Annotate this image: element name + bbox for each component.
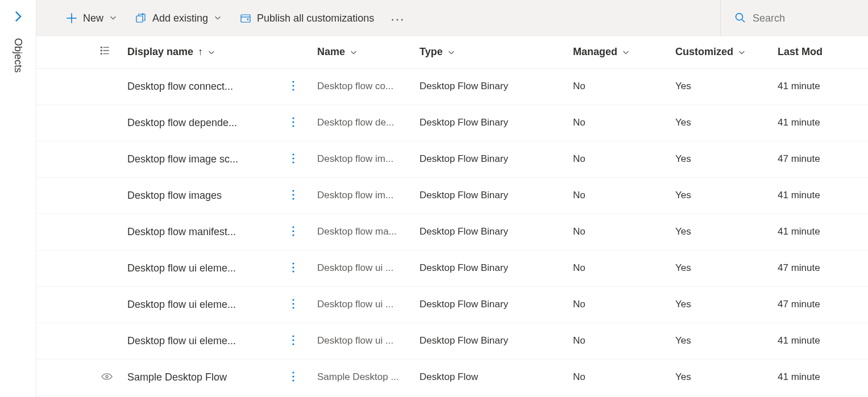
table-row[interactable]: Sample Desktop FlowSample Desktop ...Des… [36, 359, 868, 395]
cell-name: Desktop flow im... [310, 141, 413, 177]
cell-last-modified: 41 minute [771, 323, 868, 359]
chevron-down-icon [738, 48, 746, 56]
row-more-actions[interactable] [292, 335, 294, 346]
sort-asc-icon: ↑ [198, 46, 203, 58]
publish-label: Publish all customizations [257, 12, 374, 24]
cell-type: Desktop Flow Binary [413, 214, 566, 250]
table-row[interactable]: Desktop flow depende...Desktop flow de..… [36, 105, 868, 141]
cell-customized: Yes [668, 323, 771, 359]
svg-point-13 [292, 121, 294, 123]
table-row[interactable]: Desktop flow manifest...Desktop flow ma.… [36, 214, 868, 250]
new-button[interactable]: New [59, 8, 124, 29]
column-header-name[interactable]: Name [317, 46, 358, 58]
cell-customized: Yes [668, 68, 771, 105]
chevron-down-icon [622, 48, 630, 56]
row-more-actions[interactable] [292, 298, 294, 310]
cell-customized: Yes [668, 141, 771, 177]
cell-type: Desktop Flow Binary [413, 141, 566, 177]
svg-point-23 [292, 234, 294, 236]
cell-display-name: Desktop flow manifest... [121, 214, 285, 250]
new-label: New [83, 12, 103, 24]
search-box[interactable] [720, 0, 868, 36]
svg-point-6 [101, 47, 102, 48]
objects-table: Display name ↑ Name [36, 36, 868, 396]
column-header-type[interactable]: Type [420, 46, 455, 58]
svg-point-17 [292, 161, 294, 163]
column-header-last-modified[interactable]: Last Mod [778, 46, 823, 58]
cell-customized: Yes [668, 250, 771, 286]
column-label: Customized [675, 46, 733, 58]
cell-managed: No [566, 359, 668, 395]
row-more-actions[interactable] [292, 153, 294, 164]
publish-button[interactable]: Publish all customizations [233, 8, 381, 29]
svg-point-19 [292, 194, 294, 195]
row-more-actions[interactable] [292, 225, 294, 237]
cell-last-modified: 47 minute [771, 141, 868, 177]
eye-icon [100, 373, 114, 381]
cell-customized: Yes [668, 177, 771, 214]
cell-display-name: Desktop flow images [121, 177, 285, 214]
column-header-display-name[interactable]: Display name ↑ [127, 46, 215, 58]
cell-type: Desktop Flow Binary [413, 177, 566, 214]
svg-point-5 [736, 13, 743, 20]
side-label-objects[interactable]: Objects [12, 38, 24, 73]
table-row[interactable]: Desktop flow ui eleme...Desktop flow ui … [36, 323, 868, 359]
svg-point-4 [401, 19, 403, 20]
chevron-down-icon [109, 12, 117, 24]
list-view-icon[interactable] [100, 45, 110, 56]
svg-point-15 [292, 153, 294, 155]
svg-rect-0 [136, 16, 143, 22]
cell-name: Sample Desktop ... [310, 359, 413, 395]
svg-point-28 [292, 303, 294, 304]
svg-point-36 [292, 379, 294, 381]
table-row[interactable]: Desktop flow connect...Desktop flow co..… [36, 68, 868, 105]
cell-type: Desktop Flow Binary [413, 68, 566, 105]
add-existing-label: Add existing [152, 12, 208, 24]
table-row[interactable]: Desktop flow ui eleme...Desktop flow ui … [36, 286, 868, 323]
column-label: Last Mod [778, 46, 823, 58]
search-input[interactable] [753, 12, 855, 24]
cell-managed: No [566, 286, 668, 323]
cell-last-modified: 41 minute [771, 105, 868, 141]
svg-point-27 [292, 299, 294, 300]
add-existing-button[interactable]: Add existing [128, 8, 229, 29]
row-more-actions[interactable] [292, 116, 294, 128]
svg-point-25 [292, 266, 294, 268]
row-more-actions[interactable] [292, 189, 294, 200]
chevron-down-icon [207, 48, 215, 56]
svg-point-21 [292, 226, 294, 228]
svg-point-14 [292, 125, 294, 127]
table-row[interactable]: Desktop flow imagesDesktop flow im...Des… [36, 177, 868, 214]
table-row[interactable]: Desktop flow image sc...Desktop flow im.… [36, 141, 868, 177]
cell-customized: Yes [668, 214, 771, 250]
svg-point-16 [292, 157, 294, 159]
row-more-actions[interactable] [292, 80, 294, 91]
add-existing-icon [135, 12, 147, 24]
cell-name: Desktop flow co... [310, 68, 413, 105]
table-row[interactable]: Desktop flow ui eleme...Desktop flow ui … [36, 250, 868, 286]
cell-managed: No [566, 214, 668, 250]
svg-point-2 [392, 19, 393, 20]
column-label: Display name [127, 46, 193, 58]
chevron-down-icon [447, 48, 455, 56]
cell-managed: No [566, 105, 668, 141]
row-more-actions[interactable] [292, 371, 294, 382]
chevron-down-icon [214, 12, 222, 24]
svg-point-22 [292, 230, 294, 232]
cell-type: Desktop Flow Binary [413, 323, 566, 359]
cell-customized: Yes [668, 359, 771, 395]
expand-panel-icon[interactable] [12, 10, 24, 24]
command-bar: New Add existing [36, 0, 868, 36]
svg-point-29 [292, 307, 294, 308]
svg-point-35 [292, 375, 294, 377]
cell-managed: No [566, 141, 668, 177]
cell-display-name: Sample Desktop Flow [121, 359, 285, 395]
overflow-button[interactable] [385, 8, 409, 29]
cell-name: Desktop flow ui ... [310, 323, 413, 359]
row-more-actions[interactable] [292, 262, 294, 273]
svg-point-24 [292, 262, 294, 264]
svg-point-26 [292, 270, 294, 272]
column-header-customized[interactable]: Customized [675, 46, 746, 58]
column-header-managed[interactable]: Managed [573, 46, 630, 58]
cell-last-modified: 41 minute [771, 68, 868, 105]
